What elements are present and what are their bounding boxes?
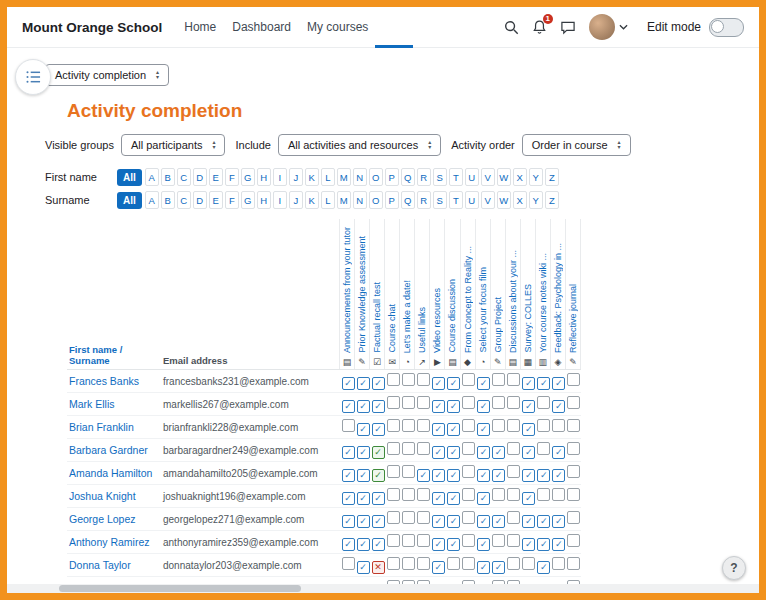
completion-checkbox[interactable]: ✓ xyxy=(522,423,535,436)
completion-checkbox[interactable]: ✓ xyxy=(357,423,370,436)
completion-checkbox[interactable] xyxy=(537,488,550,501)
search-icon[interactable] xyxy=(504,20,519,35)
completion-checkbox[interactable] xyxy=(417,442,430,455)
student-name-link[interactable]: Mark Ellis xyxy=(67,393,161,416)
student-name-link[interactable]: Anthony Ramirez xyxy=(67,531,161,554)
completion-checkbox[interactable]: ✓ xyxy=(432,469,445,482)
letter-link-r[interactable]: R xyxy=(417,191,431,209)
completion-checkbox[interactable] xyxy=(417,534,430,547)
letter-link-w[interactable]: W xyxy=(497,168,511,186)
completion-checkbox[interactable]: ✓ xyxy=(432,492,445,505)
completion-checkbox[interactable] xyxy=(402,465,415,478)
completion-checkbox[interactable] xyxy=(507,396,520,409)
report-type-select[interactable]: Activity completion ▴▾ xyxy=(45,64,169,86)
letter-link-g[interactable]: G xyxy=(241,168,255,186)
completion-checkbox[interactable]: ✓ xyxy=(357,538,370,551)
letter-link-l[interactable]: L xyxy=(321,191,335,209)
activity-name-link[interactable]: Discussions about your ... xyxy=(508,250,518,353)
completion-checkbox[interactable] xyxy=(462,373,475,386)
completion-checkbox[interactable]: ✓ xyxy=(357,469,370,482)
completion-checkbox[interactable] xyxy=(537,396,550,409)
completion-checkbox[interactable]: ✓ xyxy=(522,377,535,390)
completion-checkbox[interactable]: ✓ xyxy=(552,469,565,482)
completion-checkbox[interactable]: ✓ xyxy=(417,469,430,482)
completion-checkbox[interactable] xyxy=(537,442,550,455)
completion-checkbox[interactable]: ✓ xyxy=(447,469,460,482)
completion-checkbox[interactable] xyxy=(567,396,580,409)
completion-checkbox[interactable]: ✓ xyxy=(357,377,370,390)
completion-checkbox[interactable]: ✓ xyxy=(552,515,565,528)
completion-checkbox[interactable] xyxy=(417,419,430,432)
completion-checkbox[interactable] xyxy=(417,373,430,386)
completion-checkbox[interactable]: ✓ xyxy=(432,377,445,390)
completion-checkbox[interactable]: ✓ xyxy=(447,423,460,436)
letter-link-p[interactable]: P xyxy=(385,168,399,186)
completion-checkbox[interactable] xyxy=(402,511,415,524)
completion-checkbox[interactable]: ✓ xyxy=(492,561,505,574)
completion-checkbox[interactable] xyxy=(567,373,580,386)
letter-link-f[interactable]: F xyxy=(225,168,239,186)
completion-checkbox[interactable] xyxy=(447,557,460,570)
completion-checkbox[interactable] xyxy=(402,442,415,455)
letter-link-b[interactable]: B xyxy=(161,168,175,186)
letter-link-u[interactable]: U xyxy=(465,191,479,209)
completion-checkbox[interactable]: ✓ xyxy=(342,446,355,459)
letter-link-c[interactable]: C xyxy=(177,168,191,186)
activity-name-link[interactable]: From Concept to Reality ... xyxy=(463,246,473,353)
completion-checkbox[interactable]: ✓ xyxy=(447,400,460,413)
letter-link-t[interactable]: T xyxy=(449,191,463,209)
letter-link-x[interactable]: X xyxy=(513,191,527,209)
completion-checkbox[interactable]: ✓ xyxy=(342,469,355,482)
letter-link-l[interactable]: L xyxy=(321,168,335,186)
first-name-all-button[interactable]: All xyxy=(117,169,142,186)
student-name-link[interactable]: Donna Taylor xyxy=(67,554,161,577)
letter-link-p[interactable]: P xyxy=(385,191,399,209)
letter-link-z[interactable]: Z xyxy=(545,168,559,186)
letter-link-y[interactable]: Y xyxy=(529,168,543,186)
completion-checkbox[interactable] xyxy=(387,557,400,570)
letter-link-n[interactable]: N xyxy=(353,168,367,186)
completion-checkbox[interactable] xyxy=(567,442,580,455)
student-name-link[interactable]: Brian Franklin xyxy=(67,416,161,439)
completion-checkbox[interactable]: ✓ xyxy=(477,515,490,528)
completion-checkbox[interactable] xyxy=(552,557,565,570)
activity-name-link[interactable]: Video resources xyxy=(432,288,442,353)
letter-link-m[interactable]: M xyxy=(337,168,351,186)
letter-link-j[interactable]: J xyxy=(289,191,303,209)
completion-checkbox[interactable]: ✓ xyxy=(552,377,565,390)
letter-link-b[interactable]: B xyxy=(161,191,175,209)
completion-checkbox[interactable]: ✓ xyxy=(537,377,550,390)
completion-checkbox[interactable] xyxy=(462,396,475,409)
completion-checkbox[interactable]: ✓ xyxy=(492,469,505,482)
completion-checkbox[interactable] xyxy=(402,557,415,570)
completion-checkbox[interactable]: ✓ xyxy=(477,446,490,459)
letter-link-k[interactable]: K xyxy=(305,191,319,209)
completion-checkbox[interactable]: ✓ xyxy=(357,446,370,459)
completion-checkbox[interactable] xyxy=(507,511,520,524)
letter-link-i[interactable]: I xyxy=(273,191,287,209)
completion-checkbox[interactable] xyxy=(342,557,355,570)
completion-checkbox[interactable] xyxy=(507,442,520,455)
completion-checkbox[interactable]: ✓ xyxy=(342,377,355,390)
completion-checkbox[interactable]: ✓ xyxy=(447,538,460,551)
completion-checkbox[interactable]: ✓ xyxy=(432,400,445,413)
activity-name-link[interactable]: Prior Knowledge assessment xyxy=(357,236,367,353)
completion-checkbox[interactable]: ✓ xyxy=(357,400,370,413)
letter-link-h[interactable]: H xyxy=(257,168,271,186)
completion-checkbox[interactable]: ✓ xyxy=(492,446,505,459)
completion-checkbox[interactable] xyxy=(567,419,580,432)
completion-checkbox[interactable]: ✓ xyxy=(522,515,535,528)
letter-link-a[interactable]: A xyxy=(145,168,159,186)
completion-checkbox[interactable] xyxy=(387,534,400,547)
completion-checkbox[interactable]: ✓ xyxy=(357,492,370,505)
filter-select-include[interactable]: All activities and resources▴▾ xyxy=(278,134,441,156)
student-name-link[interactable]: Barbara Gardner xyxy=(67,439,161,462)
completion-checkbox[interactable] xyxy=(462,534,475,547)
user-avatar[interactable] xyxy=(589,14,615,40)
letter-link-h[interactable]: H xyxy=(257,191,271,209)
letter-link-v[interactable]: V xyxy=(481,168,495,186)
letter-link-y[interactable]: Y xyxy=(529,191,543,209)
letter-link-n[interactable]: N xyxy=(353,191,367,209)
completion-checkbox[interactable]: ✓ xyxy=(372,446,385,459)
student-name-link[interactable]: George Lopez xyxy=(67,508,161,531)
